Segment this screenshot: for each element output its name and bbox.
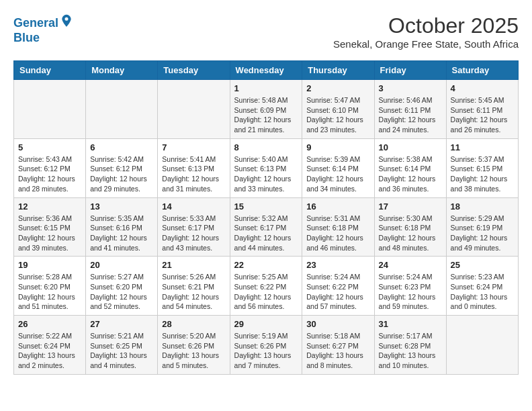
day-number: 29 xyxy=(234,319,298,329)
calendar-cell: 30Sunrise: 5:18 AM Sunset: 6:27 PM Dayli… xyxy=(302,316,374,375)
calendar-cell: 6Sunrise: 5:42 AM Sunset: 6:12 PM Daylig… xyxy=(86,138,158,197)
logo-text2: Blue xyxy=(13,31,73,46)
calendar-week-row: 1Sunrise: 5:48 AM Sunset: 6:09 PM Daylig… xyxy=(14,80,519,139)
calendar-cell: 27Sunrise: 5:21 AM Sunset: 6:25 PM Dayli… xyxy=(86,316,158,375)
day-info: Sunrise: 5:23 AM Sunset: 6:24 PM Dayligh… xyxy=(451,272,514,312)
calendar-table: SundayMondayTuesdayWednesdayThursdayFrid… xyxy=(13,60,519,375)
day-number: 30 xyxy=(306,319,369,329)
calendar-cell: 18Sunrise: 5:29 AM Sunset: 6:19 PM Dayli… xyxy=(446,197,518,257)
day-number: 23 xyxy=(306,260,369,270)
day-number: 6 xyxy=(90,142,153,152)
calendar-week-row: 26Sunrise: 5:22 AM Sunset: 6:24 PM Dayli… xyxy=(14,316,519,375)
calendar-cell: 13Sunrise: 5:35 AM Sunset: 6:16 PM Dayli… xyxy=(86,197,158,257)
calendar-cell: 26Sunrise: 5:22 AM Sunset: 6:24 PM Dayli… xyxy=(14,316,86,375)
calendar-cell: 3Sunrise: 5:46 AM Sunset: 6:11 PM Daylig… xyxy=(374,80,446,139)
day-number: 19 xyxy=(18,260,81,270)
day-number: 21 xyxy=(162,260,225,270)
day-info: Sunrise: 5:20 AM Sunset: 6:26 PM Dayligh… xyxy=(162,331,225,371)
day-number: 10 xyxy=(379,142,442,152)
calendar-cell: 16Sunrise: 5:31 AM Sunset: 6:18 PM Dayli… xyxy=(302,197,374,257)
calendar-cell: 20Sunrise: 5:27 AM Sunset: 6:20 PM Dayli… xyxy=(86,257,158,316)
logo-text: General xyxy=(13,13,73,31)
calendar-cell: 23Sunrise: 5:24 AM Sunset: 6:22 PM Dayli… xyxy=(302,257,374,316)
day-number: 9 xyxy=(306,142,369,152)
calendar-cell: 5Sunrise: 5:43 AM Sunset: 6:12 PM Daylig… xyxy=(14,138,86,197)
day-info: Sunrise: 5:24 AM Sunset: 6:23 PM Dayligh… xyxy=(379,272,442,312)
day-number: 8 xyxy=(234,142,298,152)
day-info: Sunrise: 5:33 AM Sunset: 6:17 PM Dayligh… xyxy=(162,214,225,253)
day-number: 11 xyxy=(451,142,514,152)
day-number: 13 xyxy=(90,201,153,212)
day-info: Sunrise: 5:37 AM Sunset: 6:15 PM Dayligh… xyxy=(451,154,514,194)
day-info: Sunrise: 5:21 AM Sunset: 6:25 PM Dayligh… xyxy=(90,331,153,371)
day-info: Sunrise: 5:22 AM Sunset: 6:24 PM Dayligh… xyxy=(18,331,81,371)
calendar-cell: 31Sunrise: 5:17 AM Sunset: 6:28 PM Dayli… xyxy=(374,316,446,375)
calendar-cell: 24Sunrise: 5:24 AM Sunset: 6:23 PM Dayli… xyxy=(374,257,446,316)
day-number: 20 xyxy=(90,260,153,270)
day-number: 7 xyxy=(162,142,225,152)
day-info: Sunrise: 5:46 AM Sunset: 6:11 PM Dayligh… xyxy=(379,95,442,135)
calendar-header-row: SundayMondayTuesdayWednesdayThursdayFrid… xyxy=(14,61,519,80)
calendar-cell: 2Sunrise: 5:47 AM Sunset: 6:10 PM Daylig… xyxy=(302,80,374,139)
calendar-cell: 19Sunrise: 5:28 AM Sunset: 6:20 PM Dayli… xyxy=(14,257,86,316)
day-number: 18 xyxy=(451,201,514,212)
day-number: 24 xyxy=(379,260,442,270)
day-number: 15 xyxy=(234,201,298,212)
day-info: Sunrise: 5:25 AM Sunset: 6:22 PM Dayligh… xyxy=(234,272,298,312)
day-header-tuesday: Tuesday xyxy=(158,61,230,80)
day-header-sunday: Sunday xyxy=(14,61,86,80)
day-info: Sunrise: 5:43 AM Sunset: 6:12 PM Dayligh… xyxy=(18,154,81,194)
calendar-week-row: 19Sunrise: 5:28 AM Sunset: 6:20 PM Dayli… xyxy=(14,257,519,316)
day-number: 17 xyxy=(379,201,442,212)
calendar-cell: 21Sunrise: 5:26 AM Sunset: 6:21 PM Dayli… xyxy=(158,257,230,316)
day-header-saturday: Saturday xyxy=(446,61,518,80)
calendar-week-row: 12Sunrise: 5:36 AM Sunset: 6:15 PM Dayli… xyxy=(14,197,519,257)
day-info: Sunrise: 5:48 AM Sunset: 6:09 PM Dayligh… xyxy=(234,95,298,135)
day-info: Sunrise: 5:17 AM Sunset: 6:28 PM Dayligh… xyxy=(379,331,442,371)
calendar-body: 1Sunrise: 5:48 AM Sunset: 6:09 PM Daylig… xyxy=(14,80,519,375)
calendar-cell: 25Sunrise: 5:23 AM Sunset: 6:24 PM Dayli… xyxy=(446,257,518,316)
day-number: 27 xyxy=(90,319,153,329)
calendar-cell: 1Sunrise: 5:48 AM Sunset: 6:09 PM Daylig… xyxy=(230,80,302,139)
title-block: October 2025 Senekal, Orange Free State,… xyxy=(333,13,519,50)
calendar-cell: 12Sunrise: 5:36 AM Sunset: 6:15 PM Dayli… xyxy=(14,197,86,257)
day-info: Sunrise: 5:32 AM Sunset: 6:17 PM Dayligh… xyxy=(234,214,298,253)
calendar-cell: 17Sunrise: 5:30 AM Sunset: 6:18 PM Dayli… xyxy=(374,197,446,257)
calendar-cell: 14Sunrise: 5:33 AM Sunset: 6:17 PM Dayli… xyxy=(158,197,230,257)
logo: General Blue xyxy=(13,13,73,45)
day-info: Sunrise: 5:38 AM Sunset: 6:14 PM Dayligh… xyxy=(379,154,442,194)
day-number: 22 xyxy=(234,260,298,270)
page-header: General Blue October 2025 Senekal, Orang… xyxy=(13,13,519,50)
day-header-monday: Monday xyxy=(86,61,158,80)
calendar-cell xyxy=(158,80,230,139)
calendar-cell: 4Sunrise: 5:45 AM Sunset: 6:11 PM Daylig… xyxy=(446,80,518,139)
calendar-cell xyxy=(446,316,518,375)
day-number: 5 xyxy=(18,142,81,152)
calendar-cell: 29Sunrise: 5:19 AM Sunset: 6:26 PM Dayli… xyxy=(230,316,302,375)
day-info: Sunrise: 5:31 AM Sunset: 6:18 PM Dayligh… xyxy=(306,214,369,253)
day-info: Sunrise: 5:28 AM Sunset: 6:20 PM Dayligh… xyxy=(18,272,81,312)
day-info: Sunrise: 5:19 AM Sunset: 6:26 PM Dayligh… xyxy=(234,331,298,371)
day-number: 12 xyxy=(18,201,81,212)
day-info: Sunrise: 5:41 AM Sunset: 6:13 PM Dayligh… xyxy=(162,154,225,194)
day-info: Sunrise: 5:39 AM Sunset: 6:14 PM Dayligh… xyxy=(306,154,369,194)
day-info: Sunrise: 5:42 AM Sunset: 6:12 PM Dayligh… xyxy=(90,154,153,194)
day-header-wednesday: Wednesday xyxy=(230,61,302,80)
calendar-week-row: 5Sunrise: 5:43 AM Sunset: 6:12 PM Daylig… xyxy=(14,138,519,197)
day-info: Sunrise: 5:40 AM Sunset: 6:13 PM Dayligh… xyxy=(234,154,298,194)
day-info: Sunrise: 5:29 AM Sunset: 6:19 PM Dayligh… xyxy=(451,214,514,253)
day-number: 28 xyxy=(162,319,225,329)
day-number: 3 xyxy=(379,83,442,93)
calendar-cell: 28Sunrise: 5:20 AM Sunset: 6:26 PM Dayli… xyxy=(158,316,230,375)
month-title: October 2025 xyxy=(333,13,519,38)
calendar-cell: 11Sunrise: 5:37 AM Sunset: 6:15 PM Dayli… xyxy=(446,138,518,197)
calendar-cell: 9Sunrise: 5:39 AM Sunset: 6:14 PM Daylig… xyxy=(302,138,374,197)
subtitle: Senekal, Orange Free State, South Africa xyxy=(333,38,519,50)
day-info: Sunrise: 5:26 AM Sunset: 6:21 PM Dayligh… xyxy=(162,272,225,312)
logo-icon xyxy=(60,13,73,27)
day-info: Sunrise: 5:27 AM Sunset: 6:20 PM Dayligh… xyxy=(90,272,153,312)
day-number: 16 xyxy=(306,201,369,212)
day-number: 4 xyxy=(451,83,514,93)
day-info: Sunrise: 5:35 AM Sunset: 6:16 PM Dayligh… xyxy=(90,214,153,253)
calendar-cell xyxy=(14,80,86,139)
